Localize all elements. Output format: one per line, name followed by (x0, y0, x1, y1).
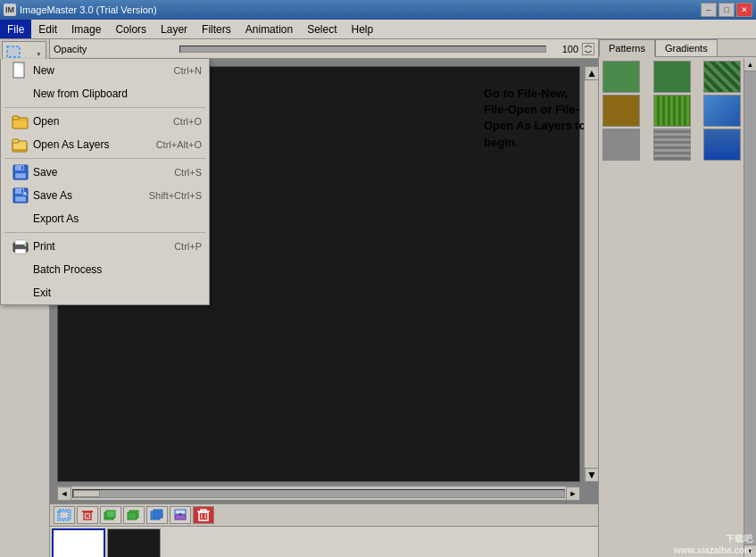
separator-3 (4, 232, 205, 233)
svg-rect-11 (15, 173, 26, 179)
svg-text:A: A (23, 191, 28, 196)
patterns-scroll-up[interactable]: ▲ (744, 59, 756, 71)
menu-item-open[interactable]: Open Ctrl+O (1, 110, 209, 133)
file-dropdown-menu: New Ctrl+N New from Clipboard Open Ctrl+… (0, 59, 210, 305)
layer-item-black[interactable] (107, 528, 161, 557)
new-clipboard-label: New from Clipboard (33, 87, 202, 100)
exit-label: Exit (33, 287, 202, 299)
trash-icon (196, 509, 211, 521)
menu-layer[interactable]: Layer (154, 20, 195, 38)
menu-bar: File Edit Image Colors Layer Filters Ani… (0, 20, 756, 39)
svg-rect-15 (15, 196, 26, 202)
merge-btn[interactable] (170, 506, 191, 524)
menu-animation[interactable]: Animation (238, 20, 300, 38)
scroll-right-btn[interactable]: ► (566, 486, 580, 501)
menu-item-open-layers[interactable]: Open As Layers Ctrl+Alt+O (1, 133, 209, 156)
move-up-icon (104, 509, 118, 521)
pattern-cell-3[interactable] (703, 61, 741, 93)
menu-item-print[interactable]: Print Ctrl+P (1, 235, 209, 258)
pattern-cell-2[interactable] (653, 61, 691, 93)
delete-layer-btn[interactable] (77, 506, 98, 524)
menu-item-export[interactable]: Export As (1, 207, 209, 230)
pattern-cell-6[interactable] (703, 95, 741, 127)
scroll-up-btn[interactable]: ▲ (585, 66, 598, 80)
print-label: Print (33, 240, 174, 253)
pattern-cell-4[interactable] (602, 95, 640, 127)
save-shortcut: Ctrl+S (174, 167, 202, 178)
menu-item-save[interactable]: Save Ctrl+S (1, 161, 209, 184)
svg-rect-8 (12, 139, 19, 143)
open-label: Open (33, 115, 173, 128)
move-down-btn[interactable] (123, 506, 145, 524)
menu-file[interactable]: File (0, 20, 31, 38)
opacity-slider[interactable] (179, 46, 547, 53)
pattern-cell-9[interactable] (703, 129, 741, 161)
open-layers-icon (8, 136, 33, 154)
app-icon: IM (4, 4, 16, 16)
minimize-button[interactable]: – (701, 3, 717, 17)
maximize-button[interactable]: □ (719, 3, 735, 17)
batch-icon (8, 261, 33, 278)
canvas-scrollbar-vertical[interactable]: ▲ ▼ (584, 66, 598, 482)
save-as-label: Save As (33, 189, 149, 202)
svg-rect-47 (199, 512, 208, 520)
menu-edit[interactable]: Edit (31, 20, 64, 38)
patterns-scrollbar[interactable]: ▲ ▼ (744, 59, 756, 557)
menu-item-new-clipboard[interactable]: New from Clipboard (1, 82, 209, 105)
canvas-scrollbar-horizontal[interactable]: ◄ ► (57, 486, 580, 500)
menu-item-batch[interactable]: Batch Process (1, 258, 209, 281)
svg-rect-20 (15, 249, 26, 254)
scroll-thumb-h[interactable] (73, 490, 100, 497)
menu-colors[interactable]: Colors (108, 20, 154, 38)
scroll-track-h (72, 489, 565, 498)
menu-item-save-as[interactable]: A Save As Shift+Ctrl+S (1, 184, 209, 207)
scroll-left-btn[interactable]: ◄ (57, 486, 71, 501)
right-panel: Patterns Gradients ▲ ▼ (598, 39, 756, 557)
new-shortcut: Ctrl+N (174, 65, 202, 76)
delete-btn[interactable] (193, 506, 214, 524)
new-layer-btn[interactable] (54, 506, 75, 524)
svg-rect-45 (175, 515, 186, 520)
exit-icon (8, 284, 33, 302)
menu-help[interactable]: Help (345, 20, 381, 38)
pattern-cell-7[interactable] (602, 129, 640, 161)
tool-arrow: ▼ (36, 51, 42, 57)
window-title: ImageMaster 3.0 (Trial Version) (20, 4, 157, 15)
patterns-scroll-track (744, 71, 756, 545)
svg-rect-43 (154, 510, 162, 518)
close-button[interactable]: ✕ (736, 3, 752, 17)
menu-filters[interactable]: Filters (195, 20, 238, 38)
duplicate-icon (150, 509, 164, 521)
duplicate-btn[interactable] (146, 506, 168, 524)
move-up-btn[interactable] (100, 506, 121, 524)
title-bar: IM ImageMaster 3.0 (Trial Version) – □ ✕ (0, 0, 756, 20)
move-down-icon (127, 509, 141, 521)
open-layers-shortcut: Ctrl+Alt+O (156, 139, 202, 150)
svg-rect-5 (12, 116, 19, 120)
menu-item-exit[interactable]: Exit (1, 281, 209, 304)
opacity-spinner[interactable] (582, 43, 594, 55)
svg-rect-39 (106, 511, 115, 518)
layer-item-white[interactable] (52, 528, 105, 557)
menu-item-new[interactable]: New Ctrl+N (1, 59, 209, 82)
new-layer-icon (57, 509, 71, 521)
menu-select[interactable]: Select (300, 20, 344, 38)
open-folder-icon (8, 112, 33, 130)
tab-patterns[interactable]: Patterns (599, 39, 655, 57)
tab-gradients[interactable]: Gradients (655, 39, 718, 56)
svg-rect-19 (15, 240, 26, 245)
pattern-cell-1[interactable] (602, 61, 640, 93)
separator-1 (4, 107, 205, 108)
window-controls: – □ ✕ (701, 3, 752, 17)
open-shortcut: Ctrl+O (173, 116, 202, 127)
menu-image[interactable]: Image (64, 20, 108, 38)
watermark: 下载吧 www.xiazaiba.com (674, 533, 752, 555)
save-as-icon: A (8, 187, 33, 204)
spinner-icon (584, 45, 593, 54)
save-icon (8, 163, 33, 181)
scroll-down-btn[interactable]: ▼ (585, 468, 598, 482)
layers-panel (50, 503, 598, 557)
pattern-cell-8[interactable] (653, 129, 691, 161)
pattern-cell-5[interactable] (653, 95, 691, 127)
open-layers-label: Open As Layers (33, 138, 156, 151)
